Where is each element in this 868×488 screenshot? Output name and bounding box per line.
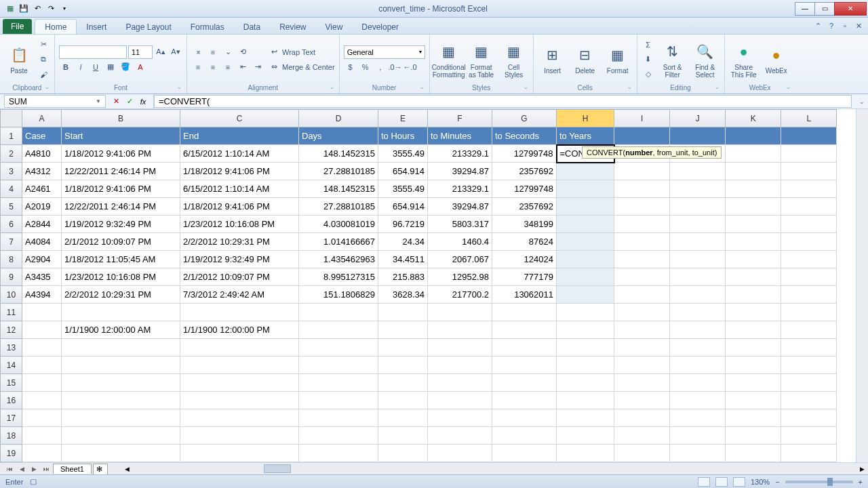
cell-J19[interactable]	[670, 445, 726, 462]
cell-I3[interactable]	[614, 163, 670, 180]
row-header-17[interactable]: 17	[1, 409, 22, 427]
row-header-10[interactable]: 10	[1, 286, 22, 304]
cell-C6[interactable]: 1/23/2012 10:16:08 PM	[180, 216, 299, 233]
orientation-icon[interactable]: ⟲	[236, 45, 250, 59]
cell-C2[interactable]: 6/15/2012 1:10:14 AM	[180, 145, 299, 163]
underline-button[interactable]: U	[89, 60, 102, 74]
cell-B18[interactable]	[62, 427, 180, 445]
cell-L15[interactable]	[781, 374, 837, 392]
column-header-K[interactable]: K	[726, 110, 781, 127]
cell-A8[interactable]: A2904	[22, 251, 62, 268]
cell-J6[interactable]	[670, 216, 726, 233]
find-select-button[interactable]: 🔍Find & Select	[690, 37, 720, 82]
cell-B10[interactable]: 2/2/2012 10:29:31 PM	[62, 286, 180, 304]
tab-nav-prev-icon[interactable]: ◀	[16, 464, 27, 474]
cell-H1[interactable]: to Years	[557, 127, 614, 145]
cell-L5[interactable]	[781, 198, 837, 216]
tab-nav-last-icon[interactable]: ⏭	[41, 464, 52, 474]
cell-H5[interactable]	[557, 198, 614, 216]
cell-K7[interactable]	[726, 233, 781, 251]
bold-button[interactable]: B	[59, 60, 73, 74]
cell-J1[interactable]	[670, 127, 726, 145]
cell-G2[interactable]: 12799748	[492, 145, 557, 163]
column-header-B[interactable]: B	[62, 110, 180, 127]
cell-D7[interactable]: 1.014166667	[299, 233, 378, 251]
cell-L7[interactable]	[781, 233, 837, 251]
new-sheet-button[interactable]: ✻	[93, 464, 108, 474]
scroll-right-icon[interactable]: ▶	[856, 463, 868, 475]
cell-B14[interactable]	[62, 357, 180, 374]
qat-more-icon[interactable]: ▾	[58, 3, 71, 15]
cell-C1[interactable]: End	[180, 127, 299, 145]
cell-D4[interactable]: 148.1452315	[299, 180, 378, 198]
cell-B19[interactable]	[62, 445, 180, 462]
cell-G11[interactable]	[492, 304, 557, 321]
cell-F10[interactable]: 217700.2	[428, 286, 492, 304]
cell-F18[interactable]	[428, 427, 492, 445]
cell-E18[interactable]	[378, 427, 428, 445]
cell-C9[interactable]: 2/1/2012 10:09:07 PM	[180, 268, 299, 286]
enter-formula-icon[interactable]: ✓	[125, 97, 134, 106]
cell-G5[interactable]: 2357692	[492, 198, 557, 216]
select-all-corner[interactable]	[1, 110, 22, 127]
sheet-tab[interactable]: Sheet1	[53, 464, 92, 474]
cell-L18[interactable]	[781, 427, 837, 445]
horizontal-scrollbar[interactable]: ◀ ▶	[121, 463, 868, 474]
number-format-combo[interactable]: General▾	[344, 45, 425, 59]
cell-D2[interactable]: 148.1452315	[299, 145, 378, 163]
cell-E19[interactable]	[378, 445, 428, 462]
cell-F12[interactable]	[428, 321, 492, 339]
cell-K1[interactable]	[726, 127, 781, 145]
cell-J11[interactable]	[670, 304, 726, 321]
cell-A14[interactable]	[22, 357, 62, 374]
cell-K15[interactable]	[726, 374, 781, 392]
cell-B16[interactable]	[62, 392, 180, 409]
cell-L14[interactable]	[781, 357, 837, 374]
row-header-15[interactable]: 15	[1, 374, 22, 392]
cell-H18[interactable]	[557, 427, 614, 445]
border-icon[interactable]: ▦	[104, 60, 117, 74]
cell-K18[interactable]	[726, 427, 781, 445]
cell-I13[interactable]	[614, 339, 670, 357]
cell-L16[interactable]	[781, 392, 837, 409]
row-header-1[interactable]: 1	[1, 127, 22, 145]
decrease-font-icon[interactable]: A▾	[169, 45, 182, 59]
cell-D19[interactable]	[299, 445, 378, 462]
tab-page-layout[interactable]: Page Layout	[116, 20, 180, 34]
cell-H14[interactable]	[557, 357, 614, 374]
row-header-6[interactable]: 6	[1, 216, 22, 233]
cell-D6[interactable]: 4.030081019	[299, 216, 378, 233]
cell-E17[interactable]	[378, 409, 428, 427]
cell-J15[interactable]	[670, 374, 726, 392]
copy-icon[interactable]: ⧉	[37, 53, 50, 66]
align-middle-icon[interactable]: ≡	[206, 45, 220, 59]
cell-D8[interactable]: 1.435462963	[299, 251, 378, 268]
column-header-J[interactable]: J	[670, 110, 726, 127]
macro-record-icon[interactable]: ▢	[30, 477, 37, 486]
cell-A13[interactable]	[22, 339, 62, 357]
decrease-indent-icon[interactable]: ⇤	[236, 60, 250, 74]
cell-K11[interactable]	[726, 304, 781, 321]
paste-button[interactable]: 📋 Paste	[4, 37, 34, 82]
row-header-11[interactable]: 11	[1, 304, 22, 321]
window-close-icon[interactable]: ✕	[853, 20, 864, 31]
cell-I7[interactable]	[614, 233, 670, 251]
cell-G17[interactable]	[492, 409, 557, 427]
cell-B13[interactable]	[62, 339, 180, 357]
cell-A9[interactable]: A3435	[22, 268, 62, 286]
cell-H7[interactable]	[557, 233, 614, 251]
cell-I15[interactable]	[614, 374, 670, 392]
webex-button[interactable]: ●WebEx	[762, 37, 791, 82]
cell-D18[interactable]	[299, 427, 378, 445]
cell-L1[interactable]	[781, 127, 837, 145]
cell-J14[interactable]	[670, 357, 726, 374]
page-break-view-button[interactable]	[733, 477, 745, 487]
tab-file[interactable]: File	[3, 19, 32, 34]
cell-D12[interactable]	[299, 321, 378, 339]
cell-J5[interactable]	[670, 198, 726, 216]
cell-A6[interactable]: A2844	[22, 216, 62, 233]
row-header-14[interactable]: 14	[1, 357, 22, 374]
cell-E12[interactable]	[378, 321, 428, 339]
cell-styles-button[interactable]: ▦Cell Styles	[499, 37, 529, 82]
cell-H16[interactable]	[557, 392, 614, 409]
